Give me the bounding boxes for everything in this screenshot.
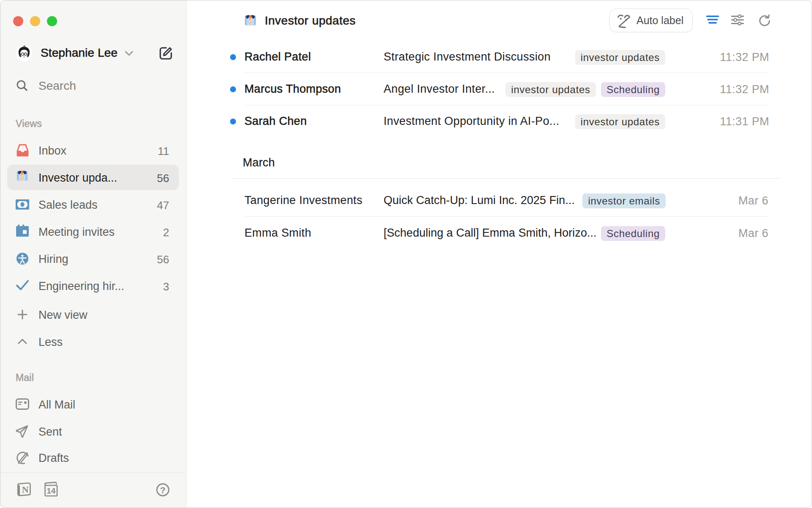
svg-text:14: 14 (47, 486, 56, 495)
svg-text:?: ? (160, 485, 166, 495)
svg-text:N: N (22, 484, 29, 495)
